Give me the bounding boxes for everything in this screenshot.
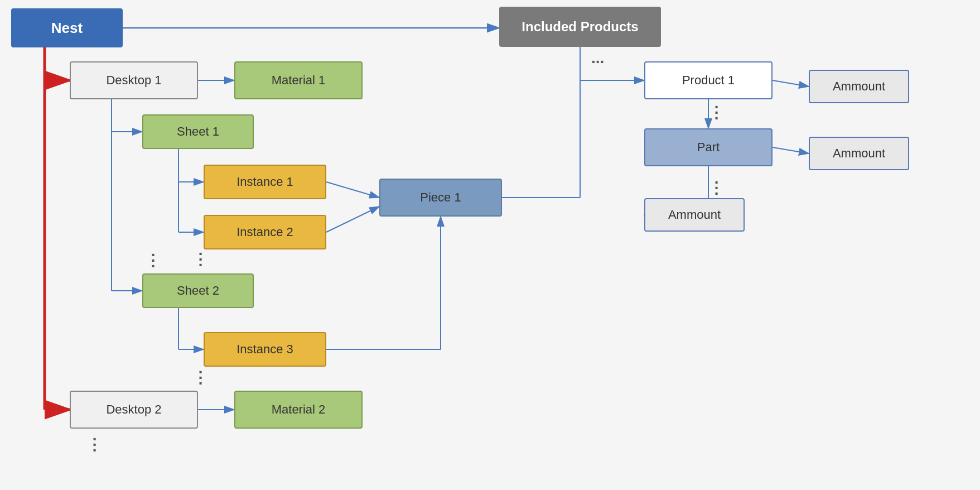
instance3-node: Instance 3 [204, 332, 326, 367]
dots-part-down: ⋮ [708, 179, 724, 197]
dots-product-down: ⋮ [708, 103, 724, 122]
material2-node: Material 2 [234, 391, 363, 429]
nest-node: Nest [11, 8, 123, 47]
part-node: Part [644, 128, 773, 166]
desktop1-node: Desktop 1 [70, 61, 198, 99]
piece1-node: Piece 1 [379, 179, 502, 217]
dots-sheet-between: ⋮ [145, 251, 161, 270]
instance2-node: Instance 2 [204, 215, 326, 249]
dots-instance-between: ⋮ [192, 250, 208, 268]
sheet2-node: Sheet 2 [142, 273, 254, 308]
diagram: Nest Included Products Desktop 1 Materia… [0, 0, 980, 490]
included-products-node: Included Products [499, 7, 661, 47]
svg-line-18 [326, 182, 379, 198]
amount3-node: Ammount [644, 198, 745, 232]
amount1-node: Ammount [809, 70, 909, 103]
desktop2-node: Desktop 2 [70, 391, 198, 429]
instance1-node: Instance 1 [204, 165, 326, 199]
svg-line-25 [773, 80, 809, 87]
svg-line-19 [326, 206, 379, 232]
amount2-node: Ammount [809, 137, 909, 170]
svg-line-26 [773, 147, 809, 153]
dots-desktop2-below: ⋮ [86, 435, 102, 454]
dots-instance3-below: ⋮ [192, 368, 208, 387]
dots-included-right: ··· [591, 53, 604, 71]
sheet1-node: Sheet 1 [142, 114, 254, 149]
product1-node: Product 1 [644, 61, 773, 99]
material1-node: Material 1 [234, 61, 363, 99]
